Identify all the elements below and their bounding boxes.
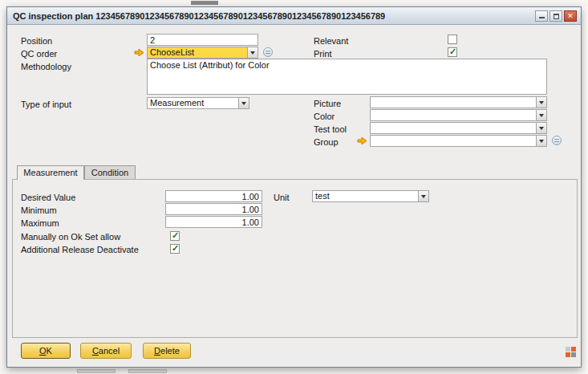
dialog-title: QC inspection plan 123456789012345678901… xyxy=(13,11,385,21)
picture-value xyxy=(371,97,536,108)
maximize-button[interactable] xyxy=(549,10,562,22)
background-window-top-strip xyxy=(0,0,588,6)
type-of-input-label: Type of input xyxy=(21,100,71,109)
type-of-input-combo[interactable]: Measurement xyxy=(147,97,249,109)
test-tool-label: Test tool xyxy=(314,124,347,134)
background-text-fragment xyxy=(191,1,218,5)
qc-order-detail-icon[interactable] xyxy=(263,47,273,57)
color-value xyxy=(371,110,536,120)
qc-order-label: QC order xyxy=(21,49,57,59)
picture-label: Picture xyxy=(314,99,341,108)
ok-button-label: OK xyxy=(22,344,70,358)
background-widget-fragment xyxy=(77,369,116,373)
delete-button-label: Delete xyxy=(144,344,190,358)
qc-order-value: ChooseList xyxy=(148,47,247,58)
group-combo[interactable] xyxy=(370,135,547,147)
minimize-button[interactable] xyxy=(535,10,548,22)
relevant-label: Relevant xyxy=(314,36,348,46)
group-value xyxy=(371,136,536,146)
test-tool-value xyxy=(371,123,536,133)
tab-condition-label: Condition xyxy=(91,168,128,177)
dialog-titlebar[interactable]: QC inspection plan 123456789012345678901… xyxy=(7,7,581,25)
color-dropdown-arrow-icon[interactable] xyxy=(536,110,546,120)
desktop-background: QC inspection plan 123456789012345678901… xyxy=(0,0,588,374)
ok-button[interactable]: OK xyxy=(21,343,71,359)
picture-combo[interactable] xyxy=(370,96,547,108)
color-combo[interactable] xyxy=(370,109,547,121)
color-label: Color xyxy=(314,112,335,121)
qc-order-dropdown-arrow-icon[interactable] xyxy=(247,47,258,58)
tab-content-panel xyxy=(12,179,578,338)
type-of-input-value: Measurement xyxy=(148,98,238,108)
background-widget-fragment xyxy=(128,369,167,373)
tab-measurement[interactable]: Measurement xyxy=(17,165,84,180)
resize-grip-icon[interactable] xyxy=(566,347,576,357)
group-detail-icon[interactable] xyxy=(552,136,562,145)
delete-button[interactable]: Delete xyxy=(143,343,191,359)
qc-inspection-plan-dialog: QC inspection plan 123456789012345678901… xyxy=(6,6,582,368)
cancel-button-label: Cancel xyxy=(81,344,131,358)
group-label: Group xyxy=(314,137,339,147)
maximize-icon xyxy=(554,14,559,19)
qc-order-link-arrow-icon[interactable] xyxy=(134,48,144,57)
relevant-checkbox[interactable] xyxy=(448,35,457,44)
print-label: Print xyxy=(314,49,332,59)
methodology-label: Methodology xyxy=(21,62,71,71)
print-checkbox[interactable] xyxy=(448,47,457,57)
close-button[interactable] xyxy=(564,10,577,22)
test-tool-combo[interactable] xyxy=(370,122,547,134)
minimize-icon xyxy=(539,17,545,18)
picture-dropdown-arrow-icon[interactable] xyxy=(536,97,546,108)
background-window-bottom-strip xyxy=(0,368,588,374)
group-dropdown-arrow-icon[interactable] xyxy=(536,136,546,146)
tab-condition[interactable]: Condition xyxy=(84,165,136,179)
window-controls xyxy=(535,10,577,22)
qc-order-combo[interactable]: ChooseList xyxy=(147,47,258,59)
methodology-textarea[interactable]: Choose List (Attribut) for Color xyxy=(147,59,547,95)
group-link-arrow-icon[interactable] xyxy=(357,136,367,145)
test-tool-dropdown-arrow-icon[interactable] xyxy=(536,123,546,133)
type-of-input-dropdown-arrow-icon[interactable] xyxy=(238,98,249,108)
tab-measurement-label: Measurement xyxy=(23,168,77,177)
cancel-button[interactable]: Cancel xyxy=(80,343,132,359)
position-label: Position xyxy=(21,36,52,46)
position-input[interactable] xyxy=(147,34,258,46)
